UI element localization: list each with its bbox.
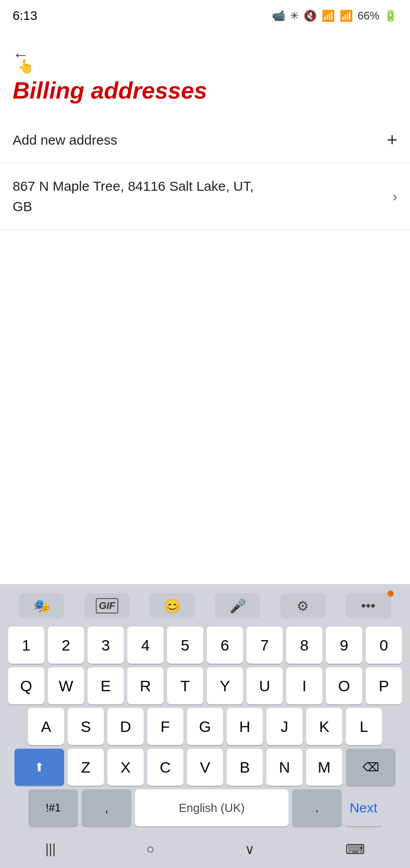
signal-icon: 📶 [340,9,353,22]
emoji-button[interactable]: 😊 [150,593,195,618]
battery-icon: 🔋 [384,9,397,22]
sticker-button[interactable]: 🎭 [19,593,64,618]
key-3[interactable]: 3 [88,627,124,664]
key-l[interactable]: L [346,708,382,745]
key-t[interactable]: T [167,667,203,704]
wifi-icon: 📶 [321,9,335,22]
mic-button[interactable]: 🎤 [215,593,260,618]
status-icons: 📹 ✳ 🔇 📶 📶 66% 🔋 [272,9,397,22]
key-0[interactable]: 0 [366,627,402,664]
key-n[interactable]: N [266,749,303,786]
number-row: 1 2 3 4 5 6 7 8 9 0 [3,627,407,664]
key-x[interactable]: X [107,749,144,786]
keyboard: 🎭 GIF 😊 🎤 ⚙ ••• 1 2 3 4 5 6 7 8 [0,584,410,868]
status-bar: 6:13 📹 ✳ 🔇 📶 📶 66% 🔋 [0,0,410,32]
key-m[interactable]: M [306,749,342,786]
key-i[interactable]: I [286,667,322,704]
key-7[interactable]: 7 [247,627,283,664]
key-u[interactable]: U [247,667,283,704]
chevron-right-icon: › [392,188,397,205]
key-1[interactable]: 1 [8,627,44,664]
status-time: 6:13 [13,9,37,23]
page-title: Billing addresses [0,69,410,117]
key-w[interactable]: W [48,667,84,704]
video-icon: 📹 [272,9,285,22]
key-v[interactable]: V [187,749,223,786]
app-content: ← 👆 Billing addresses Add new address + … [0,32,410,434]
add-address-item[interactable]: Add new address + [0,117,410,163]
emoji-icon: 😊 [164,598,181,614]
bottom-nav: ||| ○ ∨ ⌨ [0,832,410,868]
back-arrow-container[interactable]: ← 👆 [13,45,29,64]
address-item[interactable]: 867 N Maple Tree, 84116 Salt Lake, UT, G… [0,163,410,230]
key-9[interactable]: 9 [326,627,362,664]
comma-key[interactable]: , [82,789,131,826]
key-s[interactable]: S [68,708,104,745]
key-e[interactable]: E [88,667,124,704]
key-z[interactable]: Z [68,749,104,786]
more-icon: ••• [361,598,376,613]
key-f[interactable]: F [147,708,183,745]
keyboard-keys: 1 2 3 4 5 6 7 8 9 0 Q W E R T Y U I O P … [0,625,410,832]
mute-icon: 🔇 [303,9,317,22]
sticker-icon: 🎭 [33,598,50,614]
nav-recents-button[interactable]: ∨ [245,841,255,857]
key-d[interactable]: D [107,708,144,745]
address-line2: GB [13,196,254,217]
key-g[interactable]: G [187,708,223,745]
mic-icon: 🎤 [229,598,246,614]
key-4[interactable]: 4 [127,627,163,664]
key-5[interactable]: 5 [167,627,203,664]
zxcv-row: ⬆ Z X C V B N M ⌫ [3,749,407,786]
nav-home-button[interactable]: ○ [146,841,154,857]
settings-icon: ⚙ [297,598,309,614]
bluetooth-icon: ✳ [290,9,299,22]
address-text-container: 867 N Maple Tree, 84116 Salt Lake, UT, G… [13,176,254,217]
key-k[interactable]: K [306,708,342,745]
battery-text: 66% [358,9,379,22]
address-line1: 867 N Maple Tree, 84116 Salt Lake, UT, [13,176,254,196]
key-p[interactable]: P [366,667,402,704]
gif-button[interactable]: GIF [84,593,130,618]
key-c[interactable]: C [147,749,183,786]
nav-keyboard-button[interactable]: ⌨ [345,841,365,857]
key-y[interactable]: Y [207,667,243,704]
key-a[interactable]: A [28,708,64,745]
shift-key[interactable]: ⬆ [14,749,64,786]
back-button[interactable]: ← 👆 [0,32,410,69]
space-key[interactable]: English (UK) [135,789,289,826]
qwerty-row: Q W E R T Y U I O P [3,667,407,704]
key-8[interactable]: 8 [286,627,322,664]
add-address-label: Add new address [13,132,117,148]
period-key[interactable]: . [292,789,342,826]
keyboard-toolbar: 🎭 GIF 😊 🎤 ⚙ ••• [0,584,410,625]
backspace-key[interactable]: ⌫ [346,749,396,786]
asdf-row: A S D F G H J K L [3,708,407,745]
key-h[interactable]: H [227,708,263,745]
settings-button[interactable]: ⚙ [280,593,326,618]
key-b[interactable]: B [227,749,263,786]
key-r[interactable]: R [127,667,163,704]
nav-back-button[interactable]: ||| [45,841,56,857]
cursor-hand-icon: 👆 [17,58,34,74]
key-j[interactable]: J [266,708,303,745]
bottom-row: !#1 , English (UK) . Next [3,789,407,826]
notification-dot [387,590,394,597]
next-key[interactable]: Next [345,789,382,826]
key-6[interactable]: 6 [207,627,243,664]
add-icon: + [387,130,397,150]
symbols-key[interactable]: !#1 [28,789,78,826]
gif-icon: GIF [96,598,119,613]
key-q[interactable]: Q [8,667,44,704]
key-o[interactable]: O [326,667,362,704]
key-2[interactable]: 2 [48,627,84,664]
more-button[interactable]: ••• [346,593,391,618]
